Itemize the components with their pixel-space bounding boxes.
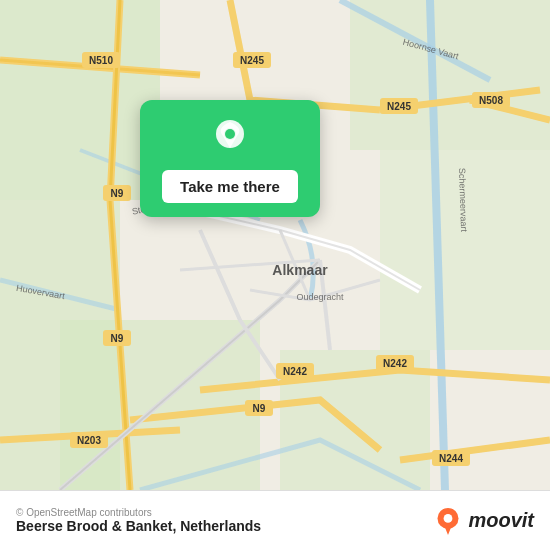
svg-point-37 <box>225 129 235 139</box>
svg-text:N510: N510 <box>89 55 113 66</box>
location-popup: Take me there <box>140 100 320 217</box>
location-info: © OpenStreetMap contributors Beerse Broo… <box>16 507 261 534</box>
svg-text:N9: N9 <box>111 188 124 199</box>
moovit-pin-icon <box>434 507 462 535</box>
moovit-label: moovit <box>468 509 534 532</box>
svg-point-39 <box>444 514 453 523</box>
take-me-there-button[interactable]: Take me there <box>162 170 298 203</box>
svg-text:N9: N9 <box>111 333 124 344</box>
svg-text:N245: N245 <box>387 101 411 112</box>
moovit-logo: moovit <box>434 507 534 535</box>
svg-text:N242: N242 <box>383 358 407 369</box>
svg-text:N203: N203 <box>77 435 101 446</box>
svg-text:Alkmaar: Alkmaar <box>272 262 328 278</box>
map-pin-icon <box>209 118 251 160</box>
svg-text:N244: N244 <box>439 453 463 464</box>
bottom-bar: © OpenStreetMap contributors Beerse Broo… <box>0 490 550 550</box>
map-container: N510 N9 N9 N9 N245 N245 N242 N242 N244 N… <box>0 0 550 490</box>
svg-text:Oudegracht: Oudegracht <box>296 292 344 302</box>
svg-text:N242: N242 <box>283 366 307 377</box>
svg-text:N245: N245 <box>240 55 264 66</box>
location-name: Beerse Brood & Banket, Netherlands <box>16 518 261 534</box>
svg-text:N9: N9 <box>253 403 266 414</box>
svg-text:N508: N508 <box>479 95 503 106</box>
map-attribution: © OpenStreetMap contributors <box>16 507 261 518</box>
